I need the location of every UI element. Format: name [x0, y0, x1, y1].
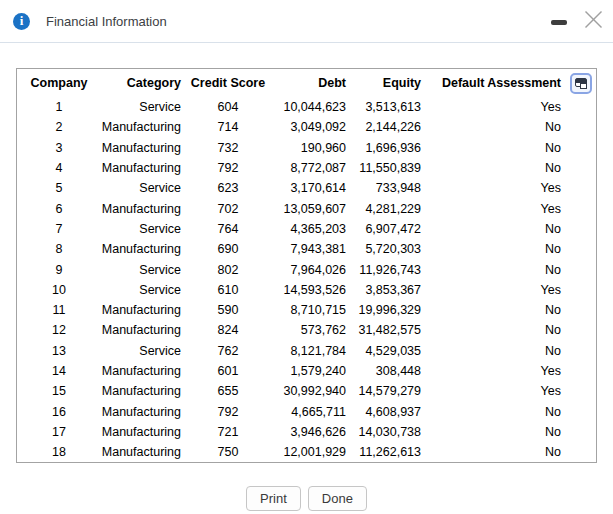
- cell-equity: 4,529,035: [349, 341, 424, 361]
- cell-equity: 2,144,226: [349, 117, 424, 137]
- cell-category: Manufacturing: [101, 158, 184, 178]
- cell-category: Manufacturing: [101, 198, 184, 218]
- cell-default-assessment: No: [424, 422, 564, 442]
- cell-debt: 1,579,240: [272, 361, 349, 381]
- cell-debt: 7,964,026: [272, 259, 349, 279]
- cell-credit-score: 714: [184, 117, 272, 137]
- col-header-category: Category: [101, 69, 184, 97]
- table-row: 18Manufacturing75012,001,92911,262,613No: [17, 442, 596, 462]
- cell-debt: 30,992,940: [272, 381, 349, 401]
- cell-credit-score: 764: [184, 219, 272, 239]
- close-icon: [584, 10, 603, 29]
- cell-credit-score: 762: [184, 341, 272, 361]
- cell-company: 17: [17, 422, 101, 442]
- cell-debt: 12,001,929: [272, 442, 349, 462]
- cell-default-assessment: No: [424, 117, 564, 137]
- cell-company: 9: [17, 259, 101, 279]
- table-row: 9Service8027,964,02611,926,743No: [17, 259, 596, 279]
- close-button[interactable]: [581, 7, 605, 31]
- cell-category: Service: [101, 341, 184, 361]
- table-row: 12Manufacturing824573,76231,482,575No: [17, 320, 596, 340]
- cell-spacer: [564, 138, 596, 158]
- cell-debt: 7,943,381: [272, 239, 349, 259]
- cell-equity: 5,720,303: [349, 239, 424, 259]
- cell-category: Manufacturing: [101, 401, 184, 421]
- cell-company: 10: [17, 280, 101, 300]
- cell-category: Manufacturing: [101, 442, 184, 462]
- cell-category: Manufacturing: [101, 361, 184, 381]
- cell-spacer: [564, 422, 596, 442]
- cell-equity: 1,696,936: [349, 138, 424, 158]
- table-row: 2Manufacturing7143,049,0922,144,226No: [17, 117, 596, 137]
- info-icon: i: [13, 13, 30, 30]
- cell-company: 1: [17, 97, 101, 117]
- cell-default-assessment: No: [424, 158, 564, 178]
- cell-credit-score: 610: [184, 280, 272, 300]
- cell-company: 13: [17, 341, 101, 361]
- cell-category: Service: [101, 178, 184, 198]
- minimize-button[interactable]: [549, 12, 569, 32]
- cell-equity: 19,996,329: [349, 300, 424, 320]
- cell-equity: 3,853,367: [349, 280, 424, 300]
- cell-default-assessment: Yes: [424, 381, 564, 401]
- cell-spacer: [564, 401, 596, 421]
- cell-spacer: [564, 442, 596, 462]
- cell-default-assessment: Yes: [424, 198, 564, 218]
- cell-credit-score: 623: [184, 178, 272, 198]
- cell-credit-score: 655: [184, 381, 272, 401]
- financial-information-dialog: i Financial Information: [0, 0, 613, 514]
- cell-spacer: [564, 259, 596, 279]
- cell-spacer: [564, 381, 596, 401]
- cell-credit-score: 721: [184, 422, 272, 442]
- popout-button[interactable]: [570, 73, 592, 94]
- cell-category: Manufacturing: [101, 117, 184, 137]
- cell-default-assessment: No: [424, 341, 564, 361]
- col-header-default-assessment: Default Assessment: [424, 69, 564, 97]
- cell-credit-score: 604: [184, 97, 272, 117]
- table-row: 4Manufacturing7928,772,08711,550,839No: [17, 158, 596, 178]
- cell-spacer: [564, 117, 596, 137]
- cell-equity: 308,448: [349, 361, 424, 381]
- cell-default-assessment: No: [424, 138, 564, 158]
- cell-equity: 733,948: [349, 178, 424, 198]
- dialog-title: Financial Information: [46, 14, 167, 29]
- table-row: 11Manufacturing5908,710,71519,996,329No: [17, 300, 596, 320]
- cell-category: Manufacturing: [101, 320, 184, 340]
- cell-category: Service: [101, 219, 184, 239]
- cell-credit-score: 702: [184, 198, 272, 218]
- cell-company: 5: [17, 178, 101, 198]
- cell-equity: 11,262,613: [349, 442, 424, 462]
- cell-company: 16: [17, 401, 101, 421]
- cell-company: 2: [17, 117, 101, 137]
- cell-company: 3: [17, 138, 101, 158]
- done-button[interactable]: Done: [308, 486, 367, 511]
- cell-company: 4: [17, 158, 101, 178]
- cell-category: Service: [101, 259, 184, 279]
- dialog-titlebar: i Financial Information: [0, 0, 613, 43]
- cell-company: 12: [17, 320, 101, 340]
- cell-equity: 14,579,279: [349, 381, 424, 401]
- cell-credit-score: 690: [184, 239, 272, 259]
- cell-category: Manufacturing: [101, 300, 184, 320]
- cell-default-assessment: No: [424, 300, 564, 320]
- cell-default-assessment: Yes: [424, 280, 564, 300]
- cell-category: Manufacturing: [101, 138, 184, 158]
- cell-company: 7: [17, 219, 101, 239]
- print-button[interactable]: Print: [246, 486, 301, 511]
- cell-spacer: [564, 320, 596, 340]
- cell-debt: 8,710,715: [272, 300, 349, 320]
- cell-default-assessment: No: [424, 219, 564, 239]
- col-header-company: Company: [17, 69, 101, 97]
- cell-spacer: [564, 280, 596, 300]
- financial-table: Company Category Credit Score Debt Equit…: [16, 68, 597, 463]
- cell-default-assessment: No: [424, 259, 564, 279]
- table-row: 13Service7628,121,7844,529,035No: [17, 341, 596, 361]
- dialog-body: Company Category Credit Score Debt Equit…: [0, 43, 613, 511]
- cell-spacer: [564, 239, 596, 259]
- minimize-icon: [551, 20, 567, 25]
- cell-equity: 14,030,738: [349, 422, 424, 442]
- cell-equity: 3,513,613: [349, 97, 424, 117]
- table-row: 10Service61014,593,5263,853,367Yes: [17, 280, 596, 300]
- cell-company: 15: [17, 381, 101, 401]
- cell-spacer: [564, 97, 596, 117]
